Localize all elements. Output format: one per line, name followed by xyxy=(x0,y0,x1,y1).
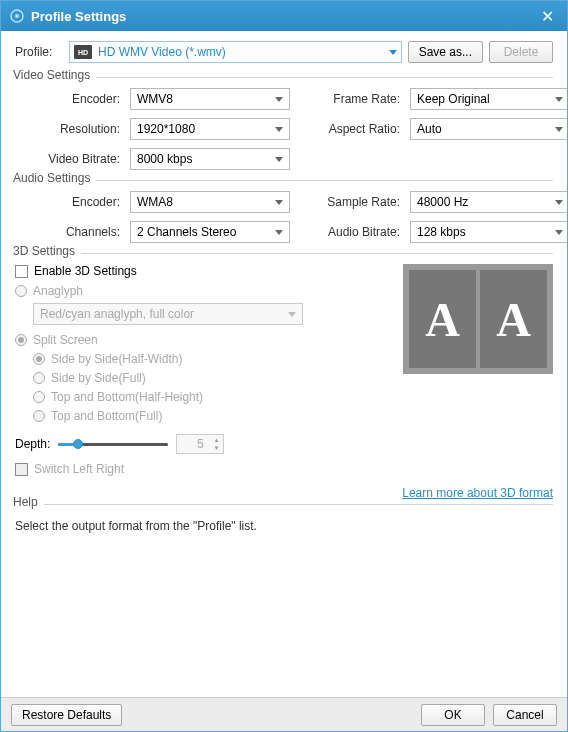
chevron-down-icon xyxy=(275,200,283,205)
resolution-select[interactable]: 1920*1080 xyxy=(130,118,290,140)
cancel-button[interactable]: Cancel xyxy=(493,704,557,726)
sample-rate-select[interactable]: 48000 Hz xyxy=(410,191,567,213)
depth-label: Depth: xyxy=(15,437,50,451)
chevron-down-icon xyxy=(389,50,397,55)
preview-left: A xyxy=(409,270,476,368)
sbs-full-radio xyxy=(33,372,45,384)
chevron-down-icon xyxy=(555,127,563,132)
chevron-down-icon xyxy=(555,200,563,205)
audio-settings-group: Audio Settings Encoder: WMA8 Sample Rate… xyxy=(15,180,553,243)
close-icon[interactable]: ✕ xyxy=(535,4,559,28)
save-as-button[interactable]: Save as... xyxy=(408,41,483,63)
chevron-down-icon xyxy=(275,157,283,162)
spinner-up-icon: ▲ xyxy=(210,436,222,444)
chevron-down-icon xyxy=(288,312,296,317)
sample-rate-label: Sample Rate: xyxy=(300,195,400,209)
sbs-half-label: Side by Side(Half-Width) xyxy=(51,352,182,366)
chevron-down-icon xyxy=(555,97,563,102)
enable-3d-checkbox[interactable] xyxy=(15,265,28,278)
hd-video-icon: HD xyxy=(74,45,92,59)
profile-combobox[interactable]: HD HD WMV Video (*.wmv) xyxy=(69,41,402,63)
depth-spinner: 5 ▲▼ xyxy=(176,434,224,454)
channels-select[interactable]: 2 Channels Stereo xyxy=(130,221,290,243)
3d-settings-legend: 3D Settings xyxy=(13,244,81,258)
frame-rate-label: Frame Rate: xyxy=(300,92,400,106)
anaglyph-label: Anaglyph xyxy=(33,284,83,298)
audio-encoder-select[interactable]: WMA8 xyxy=(130,191,290,213)
titlebar: Profile Settings ✕ xyxy=(1,1,567,31)
help-legend: Help xyxy=(13,495,44,509)
window-title: Profile Settings xyxy=(31,9,535,24)
switch-lr-checkbox xyxy=(15,463,28,476)
frame-rate-select[interactable]: Keep Original xyxy=(410,88,567,110)
aspect-ratio-label: Aspect Ratio: xyxy=(300,122,400,136)
split-screen-radio xyxy=(15,334,27,346)
video-bitrate-select[interactable]: 8000 kbps xyxy=(130,148,290,170)
profile-row: Profile: HD HD WMV Video (*.wmv) Save as… xyxy=(15,41,553,63)
tb-half-radio xyxy=(33,391,45,403)
3d-preview: A A xyxy=(403,264,553,374)
preview-right: A xyxy=(480,270,547,368)
video-encoder-select[interactable]: WMV8 xyxy=(130,88,290,110)
chevron-down-icon xyxy=(555,230,563,235)
help-text: Select the output format from the "Profi… xyxy=(15,519,553,533)
sbs-half-radio xyxy=(33,353,45,365)
tb-half-label: Top and Bottom(Half-Height) xyxy=(51,390,203,404)
chevron-down-icon xyxy=(275,230,283,235)
video-settings-legend: Video Settings xyxy=(13,68,96,82)
anaglyph-radio xyxy=(15,285,27,297)
learn-more-link[interactable]: Learn more about 3D format xyxy=(402,486,553,500)
resolution-label: Resolution: xyxy=(15,122,120,136)
aspect-ratio-select[interactable]: Auto xyxy=(410,118,567,140)
tb-full-radio xyxy=(33,410,45,422)
chevron-down-icon xyxy=(275,97,283,102)
profile-settings-dialog: Profile Settings ✕ Profile: HD HD WMV Vi… xyxy=(0,0,568,732)
tb-full-label: Top and Bottom(Full) xyxy=(51,409,162,423)
svg-point-1 xyxy=(15,14,19,18)
anaglyph-mode-select: Red/cyan anaglyph, full color xyxy=(33,303,303,325)
video-encoder-label: Encoder: xyxy=(15,92,120,106)
ok-button[interactable]: OK xyxy=(421,704,485,726)
audio-bitrate-label: Audio Bitrate: xyxy=(300,225,400,239)
delete-button: Delete xyxy=(489,41,553,63)
chevron-down-icon xyxy=(275,127,283,132)
help-group: Help Select the output format from the "… xyxy=(15,504,553,533)
app-icon xyxy=(9,8,25,24)
audio-bitrate-select[interactable]: 128 kbps xyxy=(410,221,567,243)
spinner-down-icon: ▼ xyxy=(210,444,222,452)
depth-slider[interactable] xyxy=(58,437,168,451)
sbs-full-label: Side by Side(Full) xyxy=(51,371,146,385)
split-screen-label: Split Screen xyxy=(33,333,98,347)
video-bitrate-label: Video Bitrate: xyxy=(15,152,120,166)
switch-lr-label: Switch Left Right xyxy=(34,462,124,476)
audio-encoder-label: Encoder: xyxy=(15,195,120,209)
profile-label: Profile: xyxy=(15,45,63,59)
profile-value: HD WMV Video (*.wmv) xyxy=(98,45,226,59)
dialog-footer: Restore Defaults OK Cancel xyxy=(1,697,567,731)
audio-settings-legend: Audio Settings xyxy=(13,171,96,185)
enable-3d-label: Enable 3D Settings xyxy=(34,264,137,278)
video-settings-group: Video Settings Encoder: WMV8 Frame Rate:… xyxy=(15,77,553,170)
restore-defaults-button[interactable]: Restore Defaults xyxy=(11,704,122,726)
channels-label: Channels: xyxy=(15,225,120,239)
3d-settings-group: 3D Settings Enable 3D Settings Anaglyph xyxy=(15,253,553,500)
content-area: Profile: HD HD WMV Video (*.wmv) Save as… xyxy=(1,31,567,697)
slider-thumb[interactable] xyxy=(73,439,83,449)
